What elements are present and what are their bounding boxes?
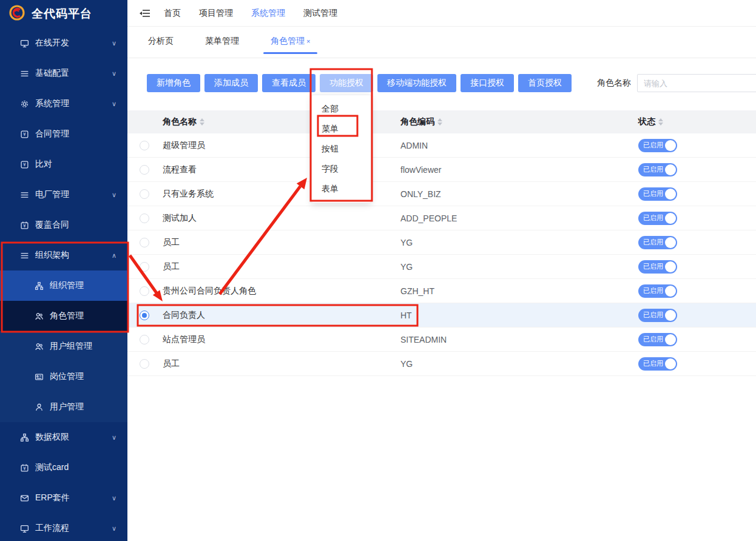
sidebar-item-system-mgmt[interactable]: 系统管理 ∨ — [0, 89, 127, 119]
topnav-project-mgmt[interactable]: 项目管理 — [199, 8, 233, 19]
top-navbar: 首页 项目管理 系统管理 测试管理 — [127, 0, 756, 27]
view-members-button[interactable]: 查看成员 — [262, 74, 316, 92]
table-row[interactable]: 员工 YG 已启用 — [127, 255, 756, 279]
add-member-button[interactable]: 添加成员 — [204, 74, 258, 92]
row-radio[interactable] — [140, 359, 149, 369]
status-toggle[interactable]: 已启用 — [638, 139, 677, 152]
topnav-test-mgmt[interactable]: 测试管理 — [303, 8, 337, 19]
table-row[interactable]: 站点管理员 SITEADMIN 已启用 — [127, 328, 756, 352]
sort-icon[interactable] — [437, 118, 442, 126]
role-code-cell: YG — [400, 262, 638, 272]
user-icon — [34, 402, 44, 412]
role-code-cell: ADMIN — [400, 141, 638, 150]
sidebar-item-org-mgmt[interactable]: 组织管理 — [0, 270, 127, 301]
svg-text:¥: ¥ — [22, 132, 25, 137]
mobile-function-auth-button[interactable]: 移动端功能授权 — [377, 74, 456, 92]
table-row-selected[interactable]: 合同负责人 HT 已启用 — [127, 303, 756, 328]
status-toggle[interactable]: 已启用 — [638, 212, 677, 225]
tab-menu-mgmt[interactable]: 菜单管理 — [200, 36, 244, 58]
status-toggle[interactable]: 已启用 — [638, 163, 677, 176]
sidebar-item-label: 角色管理 — [50, 311, 84, 321]
status-toggle[interactable]: 已启用 — [638, 187, 677, 201]
status-toggle[interactable]: 已启用 — [638, 333, 677, 346]
brand: 全代码平台 — [0, 0, 127, 28]
table-row[interactable]: 测试加人 ADD_PEOPLE 已启用 — [127, 206, 756, 230]
sidebar-item-label: 在线开发 — [35, 38, 69, 49]
topnav-home[interactable]: 首页 — [164, 8, 181, 19]
sidebar-item-user-mgmt[interactable]: 用户管理 — [0, 392, 127, 422]
role-name-cell: 站点管理员 — [155, 334, 400, 345]
tab-close-icon[interactable]: × — [306, 38, 310, 45]
sidebar-item-label: 电厂管理 — [35, 189, 69, 200]
api-auth-button[interactable]: 接口授权 — [461, 74, 514, 92]
table-row[interactable]: 员工 YG 已启用 — [127, 352, 756, 376]
sidebar-item-post-mgmt[interactable]: 岗位管理 — [0, 361, 127, 392]
status-toggle[interactable]: 已启用 — [638, 357, 677, 371]
brand-logo-icon — [8, 4, 25, 24]
row-radio[interactable] — [140, 189, 149, 199]
homepage-auth-button[interactable]: 首页授权 — [518, 74, 572, 92]
sidebar-item-plant-mgmt[interactable]: 电厂管理 ∨ — [0, 180, 127, 210]
row-radio[interactable] — [140, 213, 149, 223]
menu-lines-icon — [19, 190, 29, 200]
sidebar-item-data-perms[interactable]: 数据权限 ∨ — [0, 422, 127, 452]
status-toggle[interactable]: 已启用 — [638, 309, 677, 322]
table-row[interactable]: 流程查看 flowViewer 已启用 — [127, 158, 756, 182]
sidebar-item-workflow[interactable]: 工作流程 ∨ — [0, 513, 127, 541]
sidebar-item-role-mgmt[interactable]: 角色管理 — [0, 301, 127, 331]
table-row[interactable]: 超级管理员 ADMIN 已启用 — [127, 133, 756, 158]
column-header-role-code[interactable]: 角色编码 — [400, 116, 638, 127]
user-group-icon — [34, 341, 44, 351]
tab-analysis[interactable]: 分析页 — [143, 36, 178, 58]
row-radio-selected[interactable] — [140, 311, 149, 320]
role-name-input[interactable] — [637, 74, 756, 92]
role-code-cell: ONLY_BIZ — [400, 189, 638, 199]
table-row[interactable]: 贵州公司合同负责人角色 GZH_HT 已启用 — [127, 279, 756, 303]
sidebar-item-base-config[interactable]: 基础配置 ∨ — [0, 58, 127, 89]
dropdown-item-all[interactable]: 全部 — [312, 99, 371, 119]
dropdown-item-field[interactable]: 字段 — [312, 159, 371, 179]
status-toggle[interactable]: 已启用 — [638, 260, 677, 274]
sidebar-item-label: 工作流程 — [35, 523, 69, 534]
status-toggle[interactable]: 已启用 — [638, 284, 677, 298]
role-name-cell: 合同负责人 — [155, 310, 400, 321]
sidebar-item-compare[interactable]: ¥ 比对 — [0, 149, 127, 180]
sidebar-item-online-dev[interactable]: 在线开发 ∨ — [0, 28, 127, 58]
function-auth-button[interactable]: 功能授权 — [320, 74, 373, 92]
function-auth-dropdown: 全部 菜单 按钮 字段 表单 — [311, 95, 371, 203]
role-name-cell: 员工 — [155, 358, 400, 369]
dropdown-item-form[interactable]: 表单 — [312, 179, 371, 199]
row-radio[interactable] — [140, 165, 149, 175]
sort-icon[interactable] — [200, 118, 204, 126]
row-radio[interactable] — [140, 335, 149, 344]
row-radio[interactable] — [140, 262, 149, 272]
topnav-system-mgmt[interactable]: 系统管理 — [251, 8, 285, 19]
role-name-filter: 角色名称 — [597, 74, 756, 92]
status-toggle[interactable]: 已启用 — [638, 236, 677, 249]
table-row[interactable]: 只有业务系统 ONLY_BIZ 已启用 — [127, 182, 756, 206]
sidebar-item-test-card[interactable]: ¥ 测试card — [0, 452, 127, 483]
role-name-cell: 贵州公司合同负责人角色 — [155, 286, 400, 297]
chevron-down-icon: ∨ — [112, 39, 116, 47]
tab-role-mgmt[interactable]: 角色管理× — [266, 36, 315, 58]
menu-lines-icon — [19, 69, 29, 78]
sidebar-item-cover-contract[interactable]: ¥ 覆盖合同 — [0, 210, 127, 240]
dropdown-item-button[interactable]: 按钮 — [312, 139, 371, 159]
table-row[interactable]: 员工 YG 已启用 — [127, 230, 756, 255]
sidebar-item-user-group-mgmt[interactable]: 用户组管理 — [0, 331, 127, 361]
column-header-status[interactable]: 状态 — [638, 116, 756, 127]
dropdown-item-menu[interactable]: 菜单 — [312, 119, 371, 139]
menu-fold-icon[interactable] — [140, 8, 150, 18]
table-header-row: 角色名称 角色编码 状态 — [127, 110, 756, 133]
add-role-button[interactable]: 新增角色 — [147, 74, 200, 92]
sidebar-item-erp-suite[interactable]: ERP套件 ∨ — [0, 483, 127, 513]
chevron-down-icon: ∨ — [112, 70, 116, 78]
row-radio[interactable] — [140, 238, 149, 247]
sidebar-item-label: ERP套件 — [35, 492, 70, 503]
sidebar-item-contract-mgmt[interactable]: ¥ 合同管理 — [0, 119, 127, 149]
sidebar-item-org-structure[interactable]: 组织架构 ∧ — [0, 240, 127, 270]
sidebar-item-label: 基础配置 — [35, 68, 69, 79]
row-radio[interactable] — [140, 286, 149, 296]
row-radio[interactable] — [140, 141, 149, 150]
sort-icon[interactable] — [658, 118, 663, 126]
